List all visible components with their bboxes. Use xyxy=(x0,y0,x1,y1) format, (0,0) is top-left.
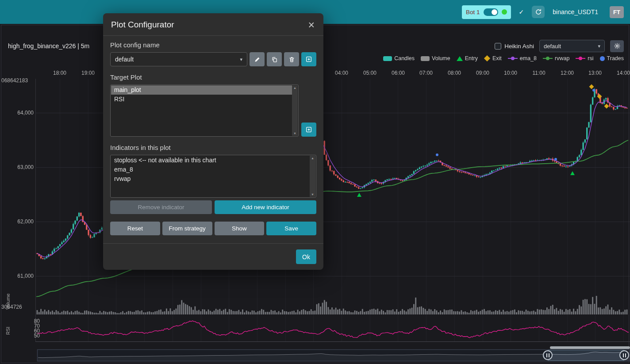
rvwap-swatch-icon xyxy=(543,58,553,59)
legend-label: ema_8 xyxy=(520,55,537,61)
datazoom-left-handle[interactable] xyxy=(543,350,553,360)
legend-item-ema_8[interactable]: ema_8 xyxy=(508,55,537,61)
target-row: main_plotRSI ▲ ▼ xyxy=(110,84,316,137)
target-plot-items: main_plotRSI xyxy=(111,85,292,104)
plus-square-icon xyxy=(305,56,312,63)
legend-item-candles[interactable]: Candles xyxy=(383,55,415,61)
volume-swatch-icon xyxy=(421,56,430,61)
plot-config-name-select[interactable]: default ▾ xyxy=(110,52,247,66)
datazoom-selected-region[interactable] xyxy=(548,350,624,361)
chart-legend: CandlesVolumeEntryExitema_8rvwaprsiTrade… xyxy=(383,54,624,62)
plot-config-name-label: Plot config name xyxy=(110,41,316,49)
target-plot-option[interactable]: main_plot xyxy=(111,85,292,95)
heikin-ashi-checkbox[interactable] xyxy=(495,43,501,50)
heikin-ashi-label: Heikin Ashi xyxy=(504,43,534,50)
duplicate-config-button[interactable] xyxy=(267,52,282,66)
modal-body: Plot config name default ▾ xyxy=(103,36,323,243)
legend-item-rvwap[interactable]: rvwap xyxy=(543,55,569,61)
target-plot-scrollbar[interactable]: ▲ ▼ xyxy=(292,85,298,136)
refresh-button[interactable] xyxy=(532,6,545,18)
target-plot-option[interactable]: RSI xyxy=(111,95,292,104)
indicators-label: Indicators in this plot xyxy=(110,144,316,151)
indicator-option[interactable]: stoploss <-- not available in this chart xyxy=(111,156,310,165)
chart-title: high_frog_binance_v226 | 5m xyxy=(8,42,89,50)
heikin-ashi-control[interactable]: Heikin Ashi xyxy=(495,43,534,50)
indicators-scrollbar[interactable]: ▲ ▼ xyxy=(310,156,315,197)
rsi-swatch-icon xyxy=(576,58,585,59)
legend-label: Trades xyxy=(607,55,624,61)
target-plot-actions xyxy=(301,84,316,137)
gear-icon xyxy=(614,42,621,50)
chevron-down-icon: ▾ xyxy=(598,43,600,49)
legend-item-rsi[interactable]: rsi xyxy=(576,55,593,61)
app: Bot 1 ✓ binance_USDT1 FT high_frog_binan… xyxy=(0,0,630,364)
save-button[interactable]: Save xyxy=(266,222,316,235)
entry-swatch-icon xyxy=(457,56,463,61)
modal-header: Plot Configurator × xyxy=(103,13,323,36)
toggle-knob xyxy=(492,9,497,15)
chevron-down-icon: ▾ xyxy=(240,57,242,62)
trash-icon xyxy=(288,56,295,63)
target-plot-label: Target Plot xyxy=(110,73,316,81)
ema_8-swatch-icon xyxy=(508,58,518,59)
plus-square-icon xyxy=(305,126,312,133)
scroll-up-icon[interactable]: ▲ xyxy=(311,157,314,160)
plot-configurator-modal: Plot Configurator × Plot config name def… xyxy=(103,13,323,270)
bot-toggle[interactable] xyxy=(484,8,498,16)
modal-title: Plot Configurator xyxy=(111,20,174,30)
reset-button[interactable]: Reset xyxy=(110,222,160,235)
target-plot-list[interactable]: main_plotRSI ▲ ▼ xyxy=(110,84,299,137)
plot-settings-button[interactable] xyxy=(610,40,624,52)
add-config-button[interactable] xyxy=(301,52,316,66)
legend-label: Entry xyxy=(465,55,478,61)
scroll-up-icon[interactable]: ▲ xyxy=(293,86,296,89)
ft-logo-button[interactable]: FT xyxy=(610,6,624,18)
config-buttons-row: Reset From strategy Show Save xyxy=(110,222,316,235)
modal-footer: Ok xyxy=(103,243,323,270)
bot-online-dot xyxy=(502,9,507,15)
scroll-down-icon[interactable]: ▼ xyxy=(311,193,314,196)
exit-swatch-icon xyxy=(484,55,490,61)
remove-indicator-button[interactable]: Remove indicator xyxy=(110,200,212,214)
config-row: default ▾ xyxy=(110,52,316,66)
bot-name: Bot 1 xyxy=(466,9,480,15)
indicator-items: stoploss <-- not available in this chart… xyxy=(111,156,310,184)
refresh-icon xyxy=(535,8,542,15)
close-button[interactable]: × xyxy=(307,20,315,29)
trades-swatch-icon xyxy=(600,56,605,61)
datazoom-right-handle[interactable] xyxy=(619,350,629,360)
bot-selector[interactable]: Bot 1 xyxy=(462,5,511,19)
add-target-plot-button[interactable] xyxy=(301,123,316,137)
legend-label: Exit xyxy=(492,55,502,61)
show-button[interactable]: Show xyxy=(215,222,265,235)
plot-config-name-value: default xyxy=(115,56,134,63)
from-strategy-button[interactable]: From strategy xyxy=(162,222,212,235)
indicators-list[interactable]: stoploss <-- not available in this chart… xyxy=(110,155,316,198)
indicator-buttons-row: Remove indicator Add new indicator xyxy=(110,200,316,214)
indicator-option[interactable]: rvwap xyxy=(111,174,310,184)
legend-label: Candles xyxy=(394,55,415,61)
plot-config-select-value: default xyxy=(544,43,561,50)
delete-config-button[interactable] xyxy=(284,52,299,66)
legend-label: rvwap xyxy=(555,55,569,61)
scroll-down-icon[interactable]: ▼ xyxy=(293,132,296,135)
indicator-option[interactable]: ema_8 xyxy=(111,165,310,174)
copy-icon xyxy=(271,56,278,63)
add-new-indicator-button[interactable]: Add new indicator xyxy=(215,200,316,214)
plot-config-select[interactable]: default ▾ xyxy=(539,40,605,52)
chart-controls: Heikin Ashi default ▾ xyxy=(495,40,624,52)
edit-config-button[interactable] xyxy=(250,52,265,66)
ok-button[interactable]: Ok xyxy=(296,249,316,264)
legend-label: Volume xyxy=(432,55,450,61)
candles-swatch-icon xyxy=(383,56,392,61)
legend-item-volume[interactable]: Volume xyxy=(421,55,450,61)
legend-item-exit[interactable]: Exit xyxy=(484,55,502,61)
check-icon: ✓ xyxy=(519,8,524,15)
legend-item-entry[interactable]: Entry xyxy=(457,55,478,61)
horizontal-scrollbar-thumb[interactable] xyxy=(550,346,630,349)
pencil-icon xyxy=(254,56,261,63)
legend-item-trades[interactable]: Trades xyxy=(600,55,624,61)
pair-label: binance_USDT1 xyxy=(553,8,598,15)
legend-label: rsi xyxy=(588,55,593,61)
